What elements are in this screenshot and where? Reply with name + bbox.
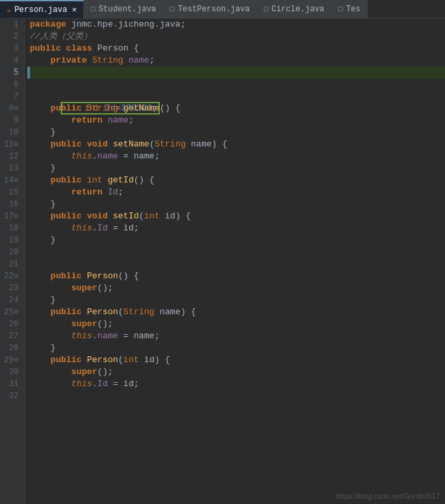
tab-bar: ☕ Person.java ✕ □ Student.java □ TestPer… — [0, 0, 445, 19]
tab-testperson[interactable]: □ TestPerson.java — [163, 0, 257, 18]
line-num-24: 24 — [4, 294, 19, 306]
code-line-14: public int getId() { — [27, 174, 445, 186]
line-num-26: 26 — [4, 318, 19, 330]
line-num-25: 25⊖ — [4, 306, 19, 318]
line-num-21: 21 — [4, 258, 19, 270]
line-num-18: 18 — [4, 222, 19, 234]
code-line-2: //人类（父类） — [27, 31, 445, 43]
tab-label-circle: Circle.java — [272, 5, 324, 14]
code-line-8: public String getName() { — [27, 103, 445, 115]
tab-label-person: Person.java ✕ — [15, 5, 77, 15]
line-num-13: 13 — [4, 162, 19, 174]
code-line-23: super(); — [27, 282, 445, 294]
gutter: 1 2 3 4 5 6 7 8⊖ 9 10 11⊖ 12 13 14⊖ 15 1… — [0, 19, 25, 504]
line-num-1: 1 — [4, 19, 19, 31]
line-num-11: 11⊖ — [4, 138, 19, 150]
tab-icon-circle: □ — [264, 5, 268, 13]
line-num-32: 32 — [4, 390, 19, 402]
code-line-16: } — [27, 198, 445, 210]
line-num-30: 30 — [4, 366, 19, 378]
line-num-4: 4 — [4, 55, 19, 67]
code-line-24: } — [27, 294, 445, 306]
code-line-25: public Person(String name) { — [27, 306, 445, 318]
line-num-8: 8⊖ — [4, 103, 19, 115]
code-line-1: package jnmc.hpe.jicheng.java; — [27, 19, 445, 31]
editor: 1 2 3 4 5 6 7 8⊖ 9 10 11⊖ 12 13 14⊖ 15 1… — [0, 19, 445, 504]
code-line-17: public void setId(int id) { — [27, 210, 445, 222]
line-num-5: 5 — [4, 67, 19, 79]
code-line-27: this.name = name; — [27, 330, 445, 342]
line-num-2: 2 — [4, 31, 19, 43]
code-line-9: return name; — [27, 115, 445, 126]
tab-student[interactable]: □ Student.java — [84, 0, 163, 18]
tab-tes[interactable]: □ Tes — [332, 0, 368, 18]
code-line-26: super(); — [27, 318, 445, 330]
code-line-5: int Id=370303; — [27, 67, 445, 79]
line-num-31: 31 — [4, 378, 19, 390]
line-num-20: 20 — [4, 246, 19, 258]
line-num-9: 9 — [4, 115, 19, 126]
line-num-27: 27 — [4, 330, 19, 342]
tab-icon-tes: □ — [338, 5, 343, 13]
line-num-22: 22⊖ — [4, 270, 19, 282]
tab-icon-student: □ — [91, 5, 95, 13]
code-line-11: public void setName(String name) { — [27, 138, 445, 150]
code-line-4: private String name; — [27, 55, 445, 67]
line-num-10: 10 — [4, 126, 19, 138]
line-num-28: 28 — [4, 342, 19, 354]
code-line-22: public Person() { — [27, 270, 445, 282]
line-num-16: 16 — [4, 198, 19, 210]
code-line-13: } — [27, 162, 445, 174]
code-line-7 — [27, 91, 445, 103]
code-line-3: public class Person { — [27, 43, 445, 55]
code-line-12: this.name = name; — [27, 150, 445, 162]
tab-icon-testperson: □ — [170, 5, 175, 13]
tab-label-testperson: TestPerson.java — [178, 5, 250, 14]
code-line-15: return Id; — [27, 186, 445, 198]
code-line-18: this.Id = id; — [27, 222, 445, 234]
tab-icon-person: ☕ — [7, 5, 11, 14]
code-line-21 — [27, 258, 445, 270]
code-line-20 — [27, 246, 445, 258]
code-line-30: super(); — [27, 366, 445, 378]
code-line-6 — [27, 79, 445, 91]
code-line-32 — [27, 390, 445, 402]
line-num-6: 6 — [4, 79, 19, 91]
line-num-15: 15 — [4, 186, 19, 198]
code-line-31: this.Id = id; — [27, 378, 445, 390]
tab-circle[interactable]: □ Circle.java — [257, 0, 332, 18]
line-num-7: 7 — [4, 91, 19, 103]
tab-label-student: Student.java — [99, 5, 156, 14]
tab-person[interactable]: ☕ Person.java ✕ — [0, 0, 84, 18]
line-num-29: 29⊖ — [4, 354, 19, 366]
code-line-28: } — [27, 342, 445, 354]
watermark: https://blog.csdn.net/Gordini517 — [336, 492, 440, 500]
line-num-12: 12 — [4, 150, 19, 162]
line-num-14: 14⊖ — [4, 174, 19, 186]
code-line-10: } — [27, 126, 445, 138]
code-line-29: public Person(int id) { — [27, 354, 445, 366]
code-line-19: } — [27, 234, 445, 246]
line-num-19: 19 — [4, 234, 19, 246]
line-num-3: 3 — [4, 43, 19, 55]
line-num-17: 17⊖ — [4, 210, 19, 222]
code-area[interactable]: package jnmc.hpe.jicheng.java; //人类（父类） … — [25, 19, 445, 504]
tab-label-tes: Tes — [346, 5, 360, 14]
line-num-23: 23 — [4, 282, 19, 294]
